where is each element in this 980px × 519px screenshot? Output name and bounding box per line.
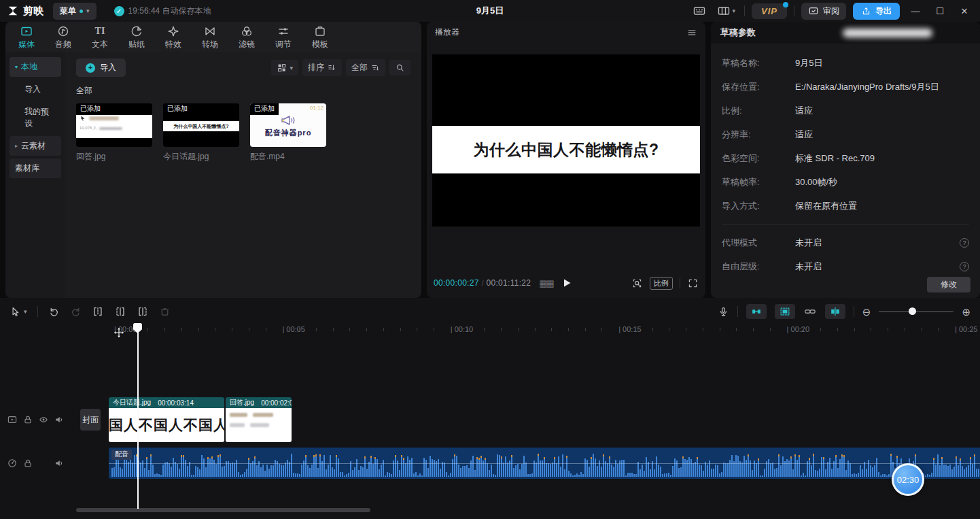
nav-item-cloud-material[interactable]: ▸ 云素材 [10, 136, 61, 156]
redo-button[interactable] [70, 306, 82, 318]
param-value: E:/Naraka/JianyingPro Drafts/9月5日 [795, 81, 939, 93]
frame-preview-icon[interactable]: ▦▦ [539, 278, 553, 288]
tab-filter[interactable]: 滤镜 [228, 24, 265, 50]
close-button[interactable]: ✕ [956, 6, 973, 16]
slider-knob[interactable] [909, 307, 916, 315]
cursor-glyph-icon [80, 115, 86, 122]
param-value: 适应 [795, 129, 813, 141]
media-item-topic[interactable]: 已添加 为什么中国人不能懒惰点? 今日话题.jpg [163, 103, 239, 163]
import-button[interactable]: + 导入 [76, 58, 126, 77]
mute-speaker-icon[interactable] [54, 414, 65, 425]
tab-label: 贴纸 [128, 39, 145, 50]
param-label: 保存位置: [722, 81, 795, 93]
ratio-button[interactable]: 比例 [650, 277, 673, 290]
vip-button[interactable]: VIP [752, 3, 787, 19]
layout-switch-icon[interactable]: ▾ [715, 2, 738, 20]
nav-item-my-presets[interactable]: 我的预设 [10, 102, 61, 133]
horizontal-scrollbar[interactable] [76, 508, 370, 512]
split-left-button[interactable] [114, 305, 126, 318]
param-row: 保存位置:E:/Naraka/JianyingPro Drafts/9月5日 [722, 81, 969, 93]
zoom-out-button[interactable]: ⊖ [862, 307, 871, 317]
cover-button[interactable]: 封面 [80, 409, 101, 431]
video-title-banner: 为什么中国人不能懒惰点? [432, 126, 700, 173]
timeline-clip-answer[interactable]: 回答.jpg 00:00:02:00 [226, 397, 292, 442]
clip-name: 回答.jpg [230, 398, 254, 407]
link-toggle-button[interactable] [803, 305, 817, 318]
media-tab-icon [20, 25, 33, 37]
param-label: 草稿帧率: [722, 176, 795, 188]
tab-transition[interactable]: 转场 [192, 24, 228, 50]
tab-text[interactable]: TI 文本 [82, 24, 118, 50]
export-button[interactable]: 导出 [853, 3, 900, 20]
filter-button[interactable]: 全部 [346, 59, 385, 76]
autosave-check-icon: ✓ [114, 6, 124, 16]
tab-label: 调节 [275, 39, 292, 50]
param-row: 草稿名称:9月5日 [722, 57, 969, 69]
preview-frame-toggle-button[interactable] [775, 304, 795, 319]
grid-view-icon [277, 63, 287, 73]
param-value: 9月5日 [795, 57, 822, 69]
param-label: 色彩空间: [722, 152, 795, 165]
search-button[interactable] [389, 60, 410, 76]
divider [37, 306, 38, 317]
jianying-app: 剪映 菜单 ▾ ✓ 19:56:44 自动保存本地 9月5日 ▾ VIP [0, 0, 980, 519]
split-right-button[interactable] [137, 305, 149, 318]
param-label: 草稿名称: [722, 57, 795, 69]
lock-icon[interactable] [22, 414, 33, 425]
preview-axis-toggle-button[interactable] [825, 304, 845, 319]
audio-waveform [111, 452, 980, 477]
zoom-in-button[interactable]: ⊕ [962, 307, 970, 317]
timeline-zoom-slider[interactable] [879, 311, 953, 312]
microphone-icon [718, 306, 729, 318]
timeline-ruler[interactable]: | 00:00| 00:05| 00:10| 00:15| 00:20| 00:… [0, 322, 980, 337]
fullscreen-icon[interactable] [687, 278, 699, 289]
tab-template[interactable]: 模板 [302, 24, 338, 50]
nav-item-import[interactable]: 导入 [10, 80, 61, 99]
lock-icon[interactable] [22, 458, 33, 469]
shortcut-keyboard-icon[interactable] [690, 2, 708, 20]
minimize-button[interactable]: — [907, 6, 924, 16]
tab-audio[interactable]: 音频 [45, 24, 82, 50]
tab-sticker[interactable]: 贴纸 [118, 24, 155, 50]
help-icon[interactable]: ? [960, 262, 969, 271]
nav-item-material-library[interactable]: 素材库 [10, 158, 61, 178]
play-button[interactable] [559, 276, 573, 290]
redacted-account-info [843, 29, 932, 37]
tab-label: 转场 [202, 39, 218, 50]
record-voiceover-button[interactable] [718, 306, 729, 318]
split-button[interactable] [92, 305, 104, 318]
delete-button[interactable] [159, 306, 171, 318]
sort-icon [327, 63, 336, 73]
tab-effects[interactable]: 特效 [155, 24, 192, 50]
timeline-clip-topic[interactable]: 今日话题.jpg 00:00:03:14 国人不国人不国人不国人 [109, 397, 224, 442]
eye-visibility-icon[interactable] [38, 414, 49, 425]
maximize-button[interactable]: ☐ [931, 6, 949, 16]
media-section-label: 全部 [76, 85, 410, 97]
timecode-current: 00:00:00:27 [434, 278, 479, 288]
thumb-note-text: 10,076 人 [80, 125, 97, 131]
param-value: 未开启 [795, 261, 822, 273]
media-item-answer[interactable]: 已添加 10,076 人 [76, 103, 152, 163]
playhead-line[interactable] [137, 332, 139, 509]
tab-label: 文本 [92, 39, 108, 50]
view-mode-button[interactable]: ▾ [271, 60, 298, 76]
tab-media[interactable]: 媒体 [8, 24, 45, 50]
chevron-down-icon: ▾ [733, 7, 736, 14]
sort-button[interactable]: 排序 [302, 59, 342, 76]
divider [737, 306, 738, 317]
media-item-voiceover[interactable]: 配音神器pro 01:12 已添加 配音.mp4 [250, 103, 326, 163]
resource-tabbar: 媒体 音频 TI 文本 贴纸 [5, 22, 421, 52]
video-preview[interactable]: 为什么中国人不能懒惰点? [432, 54, 700, 227]
snap-toggle-button[interactable] [746, 304, 767, 319]
modify-button[interactable]: 修改 [927, 277, 970, 292]
undo-button[interactable] [48, 306, 60, 318]
select-tool-button[interactable]: ▾ [10, 306, 27, 318]
mute-speaker-icon[interactable] [54, 458, 65, 469]
player-menu-icon[interactable] [686, 27, 697, 37]
tab-adjust[interactable]: 调节 [265, 24, 302, 50]
help-icon[interactable]: ? [960, 238, 969, 248]
review-button[interactable]: 审阅 [801, 3, 846, 20]
nav-item-local[interactable]: ▾ 本地 [10, 57, 61, 77]
preview-quality-icon[interactable] [631, 278, 643, 289]
menu-button[interactable]: 菜单 ▾ [53, 3, 97, 20]
